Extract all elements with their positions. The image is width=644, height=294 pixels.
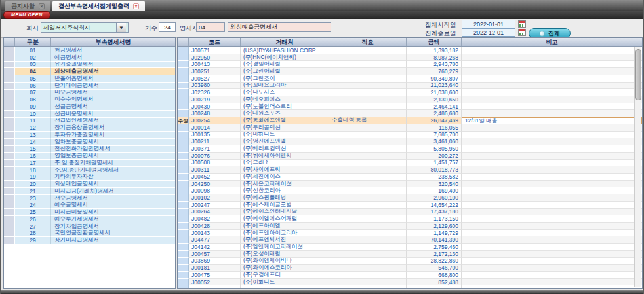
statement-code-input[interactable] xyxy=(196,22,225,32)
vertical-scrollbar[interactable] xyxy=(634,47,641,287)
end-date-input[interactable] xyxy=(462,28,515,37)
list-item[interactable]: 25미지급비용명세서 xyxy=(4,209,175,216)
table-row[interactable]: 수정J00254(주)동화에프앤엘수출내역 등록26,847,46912/31일… xyxy=(178,117,642,124)
table-row[interactable]: J00482(주)에이엘에스어패럴1,173,150 xyxy=(178,215,642,223)
table-row[interactable]: J00248(주)대원스포츠2,486,680 xyxy=(178,110,642,117)
vendor-code-cell: J00098 xyxy=(189,187,241,194)
list-item[interactable]: 06단기대여금명세서 xyxy=(4,83,175,90)
list-item[interactable]: 11선급법인세명세서 xyxy=(4,118,175,125)
table-row[interactable]: J03869(주)와이앤제이비나28,822,860 xyxy=(178,258,642,265)
list-item[interactable]: 29장기미지급명세서 xyxy=(4,237,175,244)
list-item[interactable]: 12장기금융상품명세서 xyxy=(4,124,175,132)
list-item[interactable]: 08미수수익명세서 xyxy=(4,96,175,103)
list-item[interactable]: 24예수금명세서 xyxy=(4,202,175,210)
statement-code-cell: 27 xyxy=(15,223,51,230)
table-row[interactable]: J00413(주)경일어패럴2,943,780 xyxy=(178,61,642,68)
list-item[interactable]: 14임차보증금명세서 xyxy=(4,139,175,146)
table-row[interactable] xyxy=(178,285,642,289)
table-row[interactable]: J00143(주)에프앤아이코리아1,149,729 xyxy=(178,230,642,237)
table-row[interactable]: J00014(주)두리콜렉션116,055 xyxy=(178,124,642,132)
table-row[interactable]: J00052(주)이화니트852,488 xyxy=(178,279,642,286)
list-item[interactable]: 03유가증권명세서 xyxy=(4,62,175,69)
table-row[interactable]: J04142(주)엠앤케이코퍼레이션2,759,460 xyxy=(178,244,642,251)
vendor-code-cell xyxy=(189,285,241,289)
table-row[interactable]: J00452(주)세진에이스238,582 xyxy=(178,174,642,181)
list-item[interactable]: 15전신전화가입권명세서 xyxy=(4,146,175,153)
table-row[interactable]: J00102(주)에스원플래닝2,960,100 xyxy=(178,194,642,202)
list-item[interactable]: 01현금명세서 xyxy=(4,47,175,54)
table-row[interactable]: J00211(주)명진에프앤엘3,461,060 xyxy=(178,138,642,145)
list-item[interactable]: 10선급비용명세서 xyxy=(4,111,175,118)
statement-code-cell: 11 xyxy=(15,118,51,125)
table-row[interactable]: J00527(주)그린조이90,349,807 xyxy=(178,75,642,83)
vendor-name-cell: (주)브리조 xyxy=(241,160,329,167)
table-row[interactable]: J00571(USA)BY&HFASHION CORP1,393,182 xyxy=(178,47,642,54)
table-row[interactable]: J03980(주)꼬매요코리아21,023,640 xyxy=(178,83,642,90)
list-item[interactable]: 18주.임.종단기대여금명세서 xyxy=(4,167,175,174)
close-icon[interactable]: × xyxy=(133,3,139,9)
table-row[interactable]: J00135(주)마하니트7,685,700 xyxy=(178,132,642,139)
table-row[interactable]: J00430(주)노블인더스트리2,464,141 xyxy=(178,103,642,111)
right-header-code: 코드 xyxy=(189,38,241,46)
table-row[interactable]: J04250(주)시온코퍼레이션320,540 xyxy=(178,181,642,188)
list-item[interactable]: 20외상매입금명세서 xyxy=(4,181,175,188)
table-row[interactable]: J00264(주)에이스인터내셔날17,437,180 xyxy=(178,209,642,216)
calendar-icon[interactable] xyxy=(518,29,526,36)
list-item[interactable]: 26예수부가세명세서 xyxy=(4,216,175,223)
row-selector-cell xyxy=(4,124,15,132)
tab-statement-aggregation[interactable]: 결산부속명세서집계및출력 × xyxy=(52,1,145,11)
start-date-input[interactable] xyxy=(462,20,515,28)
row-selector-cell xyxy=(4,223,15,230)
table-row[interactable]: J02326(주)나노시스21,038,600 xyxy=(178,89,642,96)
note-cell xyxy=(462,215,642,223)
description-cell xyxy=(329,145,407,153)
list-item[interactable]: 04외상매출금명세서 xyxy=(4,68,175,75)
tab-notice[interactable]: 공지사항 × xyxy=(5,1,50,11)
note-cell xyxy=(462,166,642,174)
company-select[interactable]: 제일저지주식회사 ▼ xyxy=(41,22,129,33)
list-item[interactable]: 09선급금명세서 xyxy=(4,103,175,111)
table-row[interactable]: J02950(주)HNC(에이치앤씨)8,987,268 xyxy=(178,54,642,62)
list-item[interactable]: 19기타의투자자산 xyxy=(4,174,175,181)
note-cell xyxy=(462,279,642,286)
table-row[interactable]: J04477(주)에프엔씨서진70,141,390 xyxy=(178,236,642,244)
list-item[interactable]: 07미수금명세서 xyxy=(4,90,175,97)
menu-open-button[interactable]: MENU OPEN xyxy=(3,11,50,19)
list-item[interactable]: 05받을어음명세서 xyxy=(4,75,175,83)
close-icon[interactable]: × xyxy=(39,3,45,9)
amount-cell: 3,461,060 xyxy=(407,138,462,145)
table-row[interactable]: J00475(주)우경에프디668,800 xyxy=(178,272,642,279)
calendar-icon[interactable] xyxy=(518,20,526,28)
list-item[interactable]: 17주.임.종장기채권명세서 xyxy=(4,160,175,167)
scrollbar-thumb[interactable] xyxy=(635,49,641,100)
list-item[interactable]: 21미지급금(거래처)명세서 xyxy=(4,188,175,195)
table-row[interactable]: J00457(주)오성어패럴2,172,130 xyxy=(178,251,642,258)
statement-code-cell: 13 xyxy=(15,132,51,139)
description-cell xyxy=(329,166,407,174)
list-item[interactable]: 02예금명세서 xyxy=(4,54,175,62)
statement-name-cell: 장기미지급명세서 xyxy=(51,237,175,244)
table-row[interactable]: J00251(주)그린어패럴760,279 xyxy=(178,68,642,75)
list-item[interactable]: 13투자유가증권명세서 xyxy=(4,132,175,139)
table-row[interactable]: J00219(주)네오피에스2,130,650 xyxy=(178,96,642,103)
table-row[interactable]: J00076(주)뷔에세아이엔씨200,272 xyxy=(178,153,642,160)
statement-code-cell: 21 xyxy=(15,188,51,195)
start-date-label: 집계시작일 xyxy=(425,21,456,29)
table-row[interactable]: J00428(주)에프아이엘2,129,600 xyxy=(178,223,642,230)
table-row[interactable]: J00247(주)에스제이글로벌14,654,222 xyxy=(178,202,642,209)
list-item[interactable]: 27장기차입금명세서 xyxy=(4,223,175,230)
row-selector-cell xyxy=(4,188,15,195)
statement-code-cell: 23 xyxy=(15,195,51,202)
table-row[interactable]: J00098(주)신한코리아169,400 xyxy=(178,187,642,194)
statement-name-cell: 영업보증금명세서 xyxy=(51,153,175,160)
table-row[interactable]: J00311(주)사야에프씨80,018,773 xyxy=(178,166,642,174)
list-item[interactable]: 28국민연금전환금명세서 xyxy=(4,230,175,238)
statement-name-input[interactable] xyxy=(228,22,331,32)
term-input[interactable] xyxy=(159,22,176,32)
table-row[interactable]: J00508(주)브리조1,451,757 xyxy=(178,160,642,167)
table-row[interactable]: J00371(주)베리트컬렉션5,805,950 xyxy=(178,145,642,153)
list-item[interactable]: 23선수금명세서 xyxy=(4,195,175,202)
list-item[interactable]: 16영업보증금명세서 xyxy=(4,153,175,160)
table-row[interactable]: J00181(주)와이에스코리아546,700 xyxy=(178,265,642,272)
description-cell xyxy=(329,160,407,167)
